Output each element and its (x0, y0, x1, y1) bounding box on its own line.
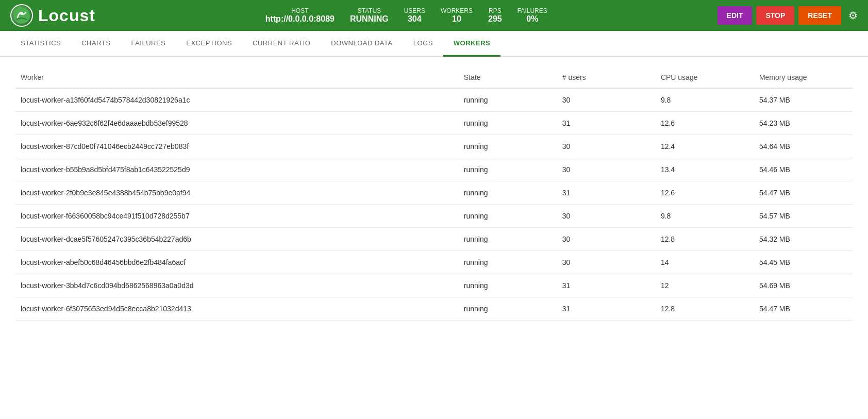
header-buttons: EDIT STOP RESET ⚙ (717, 6, 858, 25)
edit-button[interactable]: EDIT (717, 6, 753, 25)
workers-table: Worker State # users CPU usage Memory us… (15, 67, 853, 321)
cell-cpu: 9.8 (656, 205, 754, 228)
stat-host: HOST http://0.0.0.0:8089 (265, 7, 335, 24)
cell-users: 31 (557, 112, 656, 135)
nav-statistics[interactable]: STATISTICS (10, 31, 71, 57)
failures-label: FAILURES (518, 7, 547, 14)
cell-worker: locust-worker-dcae5f57605247c395c36b54b2… (15, 228, 459, 251)
cell-users: 30 (557, 158, 656, 181)
nav-failures[interactable]: FAILURES (121, 31, 176, 57)
cell-memory: 54.32 MB (754, 228, 853, 251)
col-header-cpu: CPU usage (656, 67, 754, 88)
cell-cpu: 12.8 (656, 228, 754, 251)
stat-failures: FAILURES 0% (518, 7, 547, 24)
cell-memory: 54.47 MB (754, 297, 853, 321)
table-row: locust-worker-3bb4d7c6cd094bd6862568963a… (15, 274, 853, 297)
cell-worker: locust-worker-2f0b9e3e845e4388b454b75bb9… (15, 181, 459, 205)
cell-state: running (459, 112, 557, 135)
stop-button[interactable]: STOP (756, 6, 794, 25)
cell-cpu: 12.8 (656, 297, 754, 321)
header-stats: HOST http://0.0.0.0:8089 STATUS RUNNING … (111, 7, 702, 24)
rps-value: 295 (488, 14, 502, 24)
cell-memory: 54.69 MB (754, 274, 853, 297)
settings-icon[interactable]: ⚙ (848, 9, 858, 22)
status-value: RUNNING (350, 14, 389, 24)
cell-memory: 54.57 MB (754, 205, 853, 228)
main-nav: STATISTICS CHARTS FAILURES EXCEPTIONS CU… (0, 31, 868, 57)
cell-cpu: 14 (656, 251, 754, 274)
cell-state: running (459, 228, 557, 251)
col-header-users: # users (557, 67, 656, 88)
cell-users: 30 (557, 205, 656, 228)
cell-state: running (459, 158, 557, 181)
nav-current-ratio[interactable]: CURRENT RATIO (242, 31, 321, 57)
host-label: HOST (291, 7, 308, 14)
app-title: Locust (38, 6, 95, 25)
stat-status: STATUS RUNNING (350, 7, 389, 24)
table-row: locust-worker-87cd0e0f741046ecb2449cc727… (15, 135, 853, 158)
stat-workers: WORKERS 10 (441, 7, 473, 24)
cell-cpu: 12 (656, 274, 754, 297)
cell-worker: locust-worker-a13f60f4d5474b578442d30821… (15, 88, 459, 112)
users-label: USERS (404, 7, 425, 14)
cell-worker: locust-worker-abef50c68d46456bbd6e2fb484… (15, 251, 459, 274)
failures-value: 0% (526, 14, 538, 24)
cell-state: running (459, 251, 557, 274)
users-value: 304 (408, 14, 422, 24)
reset-button[interactable]: RESET (798, 6, 841, 25)
svg-point-0 (13, 7, 30, 24)
svg-point-1 (20, 12, 23, 15)
nav-charts[interactable]: CHARTS (71, 31, 121, 57)
cell-state: running (459, 297, 557, 321)
cell-cpu: 12.4 (656, 135, 754, 158)
cell-worker: locust-worker-6f3075653ed94d5c8ecca8b210… (15, 297, 459, 321)
cell-users: 30 (557, 135, 656, 158)
rps-label: RPS (489, 7, 502, 14)
logo-area: Locust (10, 4, 95, 27)
table-row: locust-worker-6f3075653ed94d5c8ecca8b210… (15, 297, 853, 321)
cell-state: running (459, 181, 557, 205)
cell-state: running (459, 205, 557, 228)
status-label: STATUS (358, 7, 381, 14)
cell-cpu: 12.6 (656, 181, 754, 205)
table-row: locust-worker-f66360058bc94ce491f510d728… (15, 205, 853, 228)
table-row: locust-worker-a13f60f4d5474b578442d30821… (15, 88, 853, 112)
cell-users: 31 (557, 181, 656, 205)
cell-memory: 54.23 MB (754, 112, 853, 135)
nav-workers[interactable]: WORKERS (443, 31, 500, 57)
col-header-memory: Memory usage (754, 67, 853, 88)
cell-worker: locust-worker-3bb4d7c6cd094bd6862568963a… (15, 274, 459, 297)
workers-value: 10 (452, 14, 461, 24)
host-value: http://0.0.0.0:8089 (265, 14, 335, 24)
cell-memory: 54.46 MB (754, 158, 853, 181)
stat-rps: RPS 295 (488, 7, 502, 24)
nav-exceptions[interactable]: EXCEPTIONS (176, 31, 242, 57)
cell-state: running (459, 88, 557, 112)
cell-memory: 54.45 MB (754, 251, 853, 274)
cell-users: 30 (557, 251, 656, 274)
cell-cpu: 12.6 (656, 112, 754, 135)
cell-memory: 54.37 MB (754, 88, 853, 112)
nav-logs[interactable]: LOGS (403, 31, 443, 57)
cell-users: 31 (557, 297, 656, 321)
cell-worker: locust-worker-87cd0e0f741046ecb2449cc727… (15, 135, 459, 158)
cell-worker: locust-worker-b55b9a8d5bfd475f8ab1c64352… (15, 158, 459, 181)
col-header-state: State (459, 67, 557, 88)
table-header-row: Worker State # users CPU usage Memory us… (15, 67, 853, 88)
cell-memory: 54.47 MB (754, 181, 853, 205)
table-row: locust-worker-2f0b9e3e845e4388b454b75bb9… (15, 181, 853, 205)
workers-label: WORKERS (441, 7, 473, 14)
table-row: locust-worker-6ae932c6f62f4e6daaaebdb53e… (15, 112, 853, 135)
cell-state: running (459, 274, 557, 297)
nav-download-data[interactable]: DOWNLOAD DATA (321, 31, 403, 57)
cell-cpu: 9.8 (656, 88, 754, 112)
cell-users: 30 (557, 228, 656, 251)
table-row: locust-worker-b55b9a8d5bfd475f8ab1c64352… (15, 158, 853, 181)
cell-cpu: 13.4 (656, 158, 754, 181)
table-row: locust-worker-dcae5f57605247c395c36b54b2… (15, 228, 853, 251)
cell-memory: 54.64 MB (754, 135, 853, 158)
cell-worker: locust-worker-6ae932c6f62f4e6daaaebdb53e… (15, 112, 459, 135)
logo-icon (10, 4, 33, 27)
main-content: Worker State # users CPU usage Memory us… (0, 57, 868, 331)
stat-users: USERS 304 (404, 7, 425, 24)
